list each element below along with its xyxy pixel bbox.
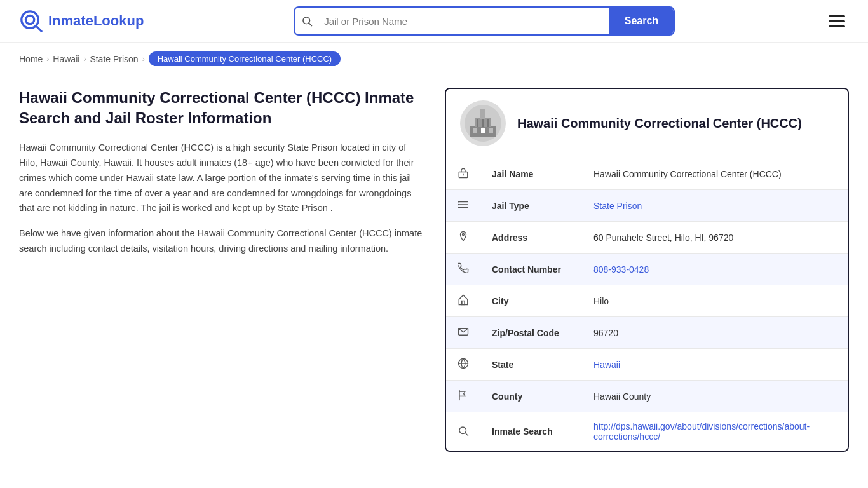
mail-icon	[446, 317, 480, 349]
search-wrapper: Search	[294, 6, 675, 36]
svg-rect-14	[487, 119, 489, 127]
svg-rect-27	[462, 301, 465, 305]
logo-text: InmateLookup	[48, 13, 144, 29]
svg-point-20	[458, 201, 458, 202]
pin-icon	[446, 222, 480, 254]
svg-rect-10	[481, 128, 485, 133]
row-value[interactable]: State Prison	[582, 190, 848, 222]
description-para1: Hawaii Community Correctional Center (HC…	[19, 140, 426, 217]
svg-point-23	[463, 234, 465, 236]
row-label: Zip/Postal Code	[480, 317, 582, 349]
table-row: Jail NameHawaii Community Correctional C…	[446, 158, 848, 190]
search-button[interactable]: Search	[609, 8, 674, 34]
row-label: Address	[480, 222, 582, 254]
description-para2: Below we have given information about th…	[19, 226, 426, 257]
info-card: Hawaii Community Correctional Center (HC…	[445, 88, 849, 452]
globe-icon	[446, 349, 480, 381]
page-title: Hawaii Community Correctional Center (HC…	[19, 88, 426, 129]
row-link[interactable]: 808-933-0428	[593, 264, 649, 274]
row-value: Hawaii County	[582, 381, 848, 412]
row-link[interactable]: http://dps.hawaii.gov/about/divisions/co…	[593, 421, 810, 442]
row-label: Inmate Search	[480, 412, 582, 451]
svg-line-4	[309, 23, 312, 25]
breadcrumb-active: Hawaii Community Correctional Center (HC…	[149, 51, 341, 66]
row-label: City	[480, 285, 582, 317]
left-column: Hawaii Community Correctional Center (HC…	[19, 88, 426, 267]
row-value: 96720	[582, 317, 848, 349]
facility-image	[460, 100, 506, 146]
chevron-icon: ›	[142, 55, 145, 64]
table-row: Contact Number808-933-0428	[446, 254, 848, 285]
main-content: Hawaii Community Correctional Center (HC…	[0, 75, 868, 464]
table-row: StateHawaii	[446, 349, 848, 381]
list-icon	[446, 190, 480, 222]
chevron-icon: ›	[83, 55, 86, 64]
jail-icon	[446, 158, 480, 190]
svg-point-1	[25, 15, 34, 24]
breadcrumb-state[interactable]: Hawaii	[53, 54, 79, 64]
card-header: Hawaii Community Correctional Center (HC…	[446, 89, 848, 158]
row-value[interactable]: 808-933-0428	[582, 254, 848, 285]
right-column: Hawaii Community Correctional Center (HC…	[445, 88, 849, 452]
row-value[interactable]: Hawaii	[582, 349, 848, 381]
svg-line-2	[36, 26, 42, 32]
breadcrumb: Home › Hawaii › State Prison › Hawaii Co…	[0, 43, 868, 75]
row-value: Hilo	[582, 285, 848, 317]
chevron-icon: ›	[46, 55, 49, 64]
table-row: Jail TypeState Prison	[446, 190, 848, 222]
row-value: Hawaii Community Correctional Center (HC…	[582, 158, 848, 190]
info-table: Jail NameHawaii Community Correctional C…	[446, 158, 848, 451]
city-icon	[446, 285, 480, 317]
svg-rect-13	[482, 119, 484, 127]
menu-button[interactable]	[825, 11, 849, 31]
row-label: State	[480, 349, 582, 381]
svg-rect-9	[473, 128, 477, 133]
svg-rect-11	[489, 128, 493, 133]
phone-icon	[446, 254, 480, 285]
row-label: Contact Number	[480, 254, 582, 285]
svg-point-22	[458, 207, 458, 208]
breadcrumb-home[interactable]: Home	[19, 54, 43, 64]
flag-icon	[446, 381, 480, 412]
breadcrumb-type[interactable]: State Prison	[90, 54, 138, 64]
row-label: Jail Type	[480, 190, 582, 222]
table-row: CityHilo	[446, 285, 848, 317]
svg-rect-12	[477, 119, 478, 127]
svg-marker-24	[459, 295, 468, 305]
search-area: Search	[294, 6, 675, 36]
table-row: Inmate Searchhttp://dps.hawaii.gov/about…	[446, 412, 848, 451]
logo[interactable]: InmateLookup	[19, 9, 144, 33]
search-input[interactable]	[319, 8, 609, 34]
card-title: Hawaii Community Correctional Center (HC…	[517, 116, 802, 131]
row-value: 60 Punahele Street, Hilo, HI, 96720	[582, 222, 848, 254]
svg-line-33	[465, 433, 468, 435]
building-icon	[464, 104, 502, 142]
row-label: Jail Name	[480, 158, 582, 190]
search-icon	[446, 412, 480, 451]
svg-point-21	[458, 204, 458, 205]
table-row: CountyHawaii County	[446, 381, 848, 412]
row-label: County	[480, 381, 582, 412]
row-value[interactable]: http://dps.hawaii.gov/about/divisions/co…	[582, 412, 848, 451]
logo-icon	[19, 9, 43, 33]
svg-rect-8	[480, 109, 485, 119]
header: InmateLookup Search	[0, 0, 868, 43]
search-icon	[295, 15, 319, 27]
table-row: Zip/Postal Code96720	[446, 317, 848, 349]
row-link[interactable]: State Prison	[593, 201, 642, 211]
row-link[interactable]: Hawaii	[593, 360, 620, 370]
table-row: Address60 Punahele Street, Hilo, HI, 967…	[446, 222, 848, 254]
